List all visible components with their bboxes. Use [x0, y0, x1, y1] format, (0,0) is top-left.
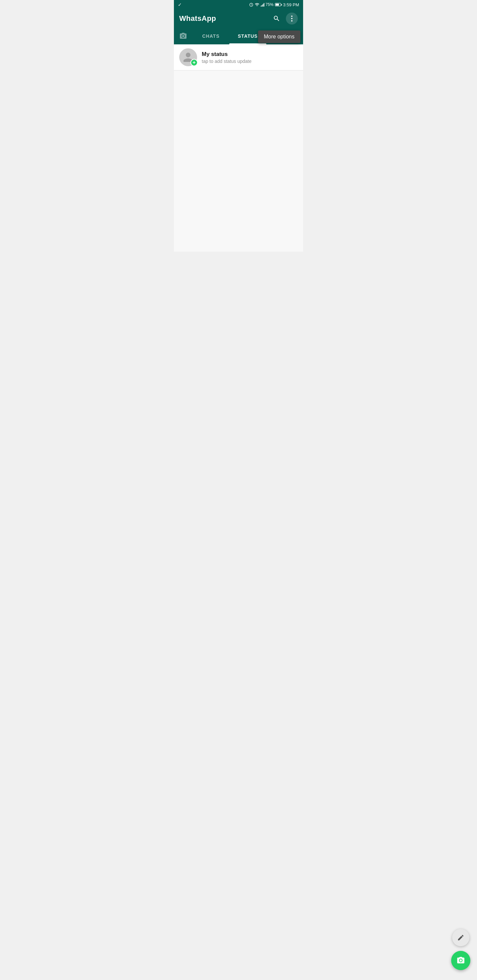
my-status-row[interactable]: + My status tap to add status update [174, 45, 303, 70]
status-bar-right: 75% 3:59 PM [249, 2, 299, 7]
more-options-tooltip: More options [258, 30, 301, 43]
plus-icon: + [193, 60, 195, 65]
battery-icon [275, 3, 282, 6]
add-status-badge[interactable]: + [190, 59, 198, 66]
status-bar-left: ✓ [178, 2, 182, 7]
battery-percent: 75% [266, 2, 274, 7]
app-title: WhatsApp [179, 14, 216, 23]
alarm-icon [249, 3, 254, 7]
my-status-name: My status [202, 51, 298, 57]
signal-icon [261, 3, 264, 6]
camera-tab-icon [179, 32, 187, 40]
three-dots-icon [291, 16, 292, 22]
search-button[interactable] [270, 12, 283, 25]
time-display: 3:59 PM [283, 2, 299, 7]
checkmark-icon: ✓ [178, 2, 182, 7]
chats-tab-label: CHATS [203, 33, 220, 39]
tabs-bar: CHATS STATUS CALLS More options [174, 28, 303, 45]
tab-chats[interactable]: CHATS [193, 28, 229, 45]
search-icon [273, 15, 280, 22]
main-content: + My status tap to add status update [174, 45, 303, 251]
more-options-button[interactable] [286, 13, 298, 24]
status-bar: ✓ 75% 3:59 PM [174, 0, 303, 9]
tab-camera[interactable] [174, 28, 193, 45]
app-bar: WhatsApp [174, 9, 303, 28]
app-bar-actions [270, 12, 298, 25]
status-tab-label: STATUS [238, 33, 258, 39]
wifi-icon [255, 2, 259, 7]
avatar-container: + [179, 48, 197, 66]
status-info: My status tap to add status update [202, 51, 298, 64]
my-status-subtitle: tap to add status update [202, 59, 298, 64]
